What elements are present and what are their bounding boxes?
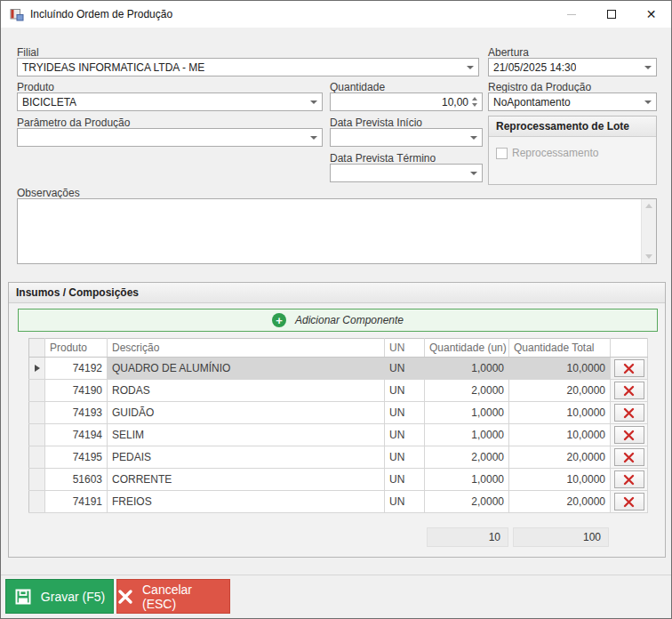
cell-un[interactable]: UN (385, 380, 425, 402)
registro-select[interactable]: NoApontamento (488, 92, 657, 111)
totals-quantidade-total: 100 (513, 527, 609, 547)
cell-un[interactable]: UN (385, 469, 425, 491)
cell-quantidade-total[interactable]: 20,0000 (509, 491, 611, 513)
col-header-quantidade[interactable]: Quantidade (un) (425, 339, 509, 358)
data-termino-picker[interactable] (330, 164, 483, 182)
cell-quantidade-total[interactable]: 20,0000 (509, 446, 611, 469)
cell-un[interactable]: UN (385, 491, 425, 513)
chevron-down-icon (470, 136, 477, 140)
dialog-window: Incluíndo Ordem de Produção ✕ Filial TRY… (0, 0, 672, 619)
cell-descricao[interactable]: GUIDÃO (108, 402, 385, 424)
cell-quantidade[interactable]: 2,0000 (425, 491, 509, 513)
cell-quantidade[interactable]: 1,0000 (425, 424, 509, 446)
cell-descricao[interactable]: SELIM (108, 424, 385, 446)
cell-quantidade[interactable]: 2,0000 (425, 446, 509, 469)
data-inicio-picker[interactable] (330, 128, 483, 147)
cell-quantidade[interactable]: 1,0000 (425, 402, 509, 424)
parametro-label: Parâmetro da Produção (17, 117, 130, 129)
add-component-label: Adicionar Componente (295, 314, 404, 326)
quantidade-input[interactable]: 10,00 (330, 92, 483, 111)
abertura-picker[interactable]: 21/05/2025 14:30 (488, 58, 657, 76)
delete-row-button[interactable] (614, 382, 644, 399)
table-row[interactable]: 51603CORRENTEUN1,000010,0000 (29, 469, 648, 491)
table-row[interactable]: 74191FREIOSUN2,000020,0000 (29, 491, 648, 513)
chevron-down-icon (470, 172, 477, 175)
delete-row-button[interactable] (614, 448, 644, 466)
row-selector[interactable] (29, 491, 45, 513)
cell-actions (611, 402, 648, 424)
reprocessamento-groupbox: Reprocessamento de Lote Reprocessamento (488, 116, 657, 185)
delete-row-button[interactable] (614, 470, 644, 488)
table-row[interactable]: 74192QUADRO DE ALUMÍNIOUN1,000010,0000 (29, 358, 648, 380)
cell-descricao[interactable]: QUADRO DE ALUMÍNIO (108, 358, 385, 380)
cell-quantidade-total[interactable]: 20,0000 (509, 380, 611, 402)
table-row[interactable]: 74195PEDAISUN2,000020,0000 (29, 446, 648, 469)
table-row[interactable]: 74190RODASUN2,000020,0000 (29, 380, 648, 402)
col-header-produto[interactable]: Produto (45, 339, 108, 358)
table-row[interactable]: 74193GUIDÃOUN1,000010,0000 (29, 402, 648, 424)
delete-row-button[interactable] (614, 359, 644, 377)
cell-descricao[interactable]: CORRENTE (108, 469, 385, 491)
produto-select[interactable]: BICICLETA (17, 92, 323, 111)
row-selector[interactable] (29, 469, 45, 491)
cell-produto[interactable]: 74191 (45, 491, 108, 513)
cell-quantidade[interactable]: 1,0000 (425, 358, 509, 380)
cell-quantidade-total[interactable]: 10,0000 (509, 424, 611, 446)
cell-quantidade-total[interactable]: 10,0000 (509, 358, 611, 380)
cell-un[interactable]: UN (385, 358, 425, 380)
row-selector[interactable] (29, 424, 45, 446)
spinner-up-icon[interactable] (472, 97, 477, 100)
observacoes-scrollbar[interactable] (641, 199, 656, 263)
table-row[interactable]: 74194SELIMUN1,000010,0000 (29, 424, 648, 446)
registro-label: Registro da Produção (488, 81, 591, 93)
cell-quantidade[interactable]: 1,0000 (425, 469, 509, 491)
cell-quantidade-total[interactable]: 10,0000 (509, 402, 611, 424)
delete-x-icon (623, 496, 635, 508)
cancel-button[interactable]: Cancelar (ESC) (116, 579, 230, 614)
observacoes-textarea[interactable] (18, 199, 641, 263)
add-component-button[interactable]: + Adicionar Componente (18, 309, 658, 332)
cell-descricao[interactable]: RODAS (108, 380, 385, 402)
col-header-un[interactable]: UN (385, 339, 425, 358)
chevron-down-icon (467, 66, 474, 69)
delete-row-button[interactable] (614, 426, 644, 444)
row-selector[interactable] (29, 358, 45, 380)
cell-produto[interactable]: 51603 (45, 469, 108, 491)
data-termino-label: Data Prevista Término (330, 152, 436, 165)
cell-produto[interactable]: 74192 (45, 358, 108, 380)
cell-actions (611, 424, 648, 446)
chevron-down-icon (644, 66, 652, 69)
cell-produto[interactable]: 74195 (45, 446, 108, 469)
close-button[interactable]: ✕ (631, 1, 671, 28)
cell-descricao[interactable]: FREIOS (108, 491, 385, 513)
current-row-arrow-icon (35, 365, 40, 372)
cell-quantidade-total[interactable]: 10,0000 (509, 469, 611, 491)
delete-row-button[interactable] (614, 493, 644, 510)
parametro-select[interactable] (17, 128, 323, 147)
maximize-button[interactable] (591, 1, 631, 28)
row-selector[interactable] (29, 380, 45, 402)
cell-produto[interactable]: 74193 (45, 402, 108, 424)
totals-quantidade-total-value: 100 (583, 531, 601, 543)
save-button[interactable]: Gravar (F5) (5, 579, 114, 614)
insumos-panel: Insumos / Composições + Adicionar Compon… (8, 282, 666, 558)
cell-quantidade[interactable]: 2,0000 (425, 380, 509, 402)
cell-descricao[interactable]: PEDAIS (108, 446, 385, 469)
cell-produto[interactable]: 74194 (45, 424, 108, 446)
row-selector[interactable] (29, 446, 45, 469)
delete-x-icon (623, 407, 635, 419)
spinner-down-icon[interactable] (472, 103, 477, 107)
col-header-descricao[interactable]: Descrição (108, 339, 385, 358)
cell-un[interactable]: UN (385, 446, 425, 469)
minimize-icon (567, 14, 576, 15)
cell-un[interactable]: UN (385, 402, 425, 424)
abertura-value: 21/05/2025 14:30 (493, 61, 576, 74)
col-header-quantidade-total[interactable]: Quantidade Total (509, 339, 611, 358)
filial-select[interactable]: TRYIDEAS INFORMATICA LTDA - ME (17, 58, 479, 76)
cell-un[interactable]: UN (385, 424, 425, 446)
cell-produto[interactable]: 74190 (45, 380, 108, 402)
row-selector[interactable] (29, 402, 45, 424)
chevron-down-icon (644, 100, 652, 104)
delete-row-button[interactable] (614, 404, 644, 422)
quantidade-value: 10,00 (442, 96, 468, 109)
